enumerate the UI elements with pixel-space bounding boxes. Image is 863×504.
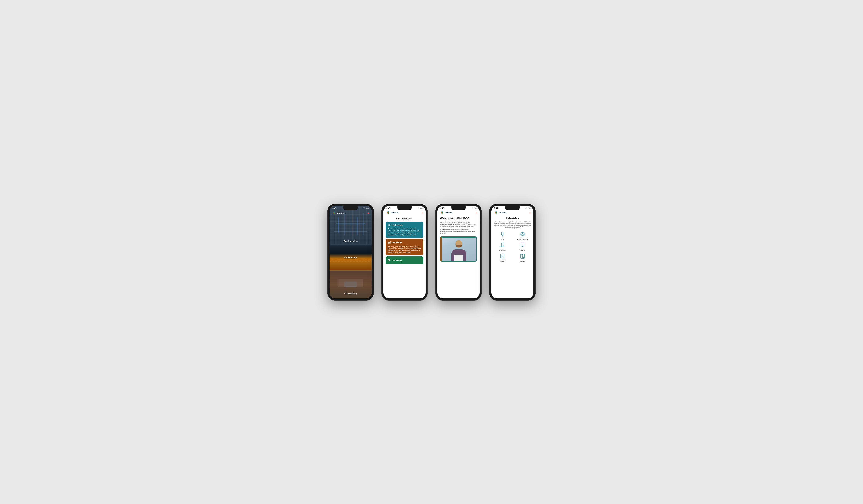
machinery-bar-1 bbox=[336, 223, 365, 224]
nav-bar-4: enleco ≡ bbox=[491, 210, 534, 216]
plus-icon bbox=[388, 258, 391, 261]
machinery-detail-2 bbox=[344, 214, 345, 235]
nav-bar-2: enleco ≡ bbox=[384, 210, 426, 216]
status-bar-1: 9:41 ▪▪▪ ⌾ ▭ bbox=[329, 206, 372, 210]
leadership-label: Leadership bbox=[344, 256, 357, 259]
battery-icon-4: ▭ bbox=[529, 207, 530, 209]
hamburger-menu-2[interactable]: ≡ bbox=[421, 211, 423, 214]
food-label: Food bbox=[500, 238, 504, 240]
logo-text-3: enleco bbox=[445, 211, 452, 214]
chemical-svg-icon bbox=[499, 242, 505, 248]
conveyor-belt-2 bbox=[329, 261, 372, 262]
paper-label: Paper bbox=[500, 260, 504, 262]
machinery-detail-3 bbox=[351, 216, 351, 235]
svg-point-26 bbox=[503, 246, 503, 247]
phone-3-screen: 9:41 ▪▪▪ ⌾ ▭ enleco ≡ bbox=[437, 206, 479, 298]
photo-top-accent bbox=[441, 237, 476, 238]
nav-bar-1: enleco ≡ bbox=[329, 210, 372, 216]
svg-marker-16 bbox=[496, 212, 497, 214]
hamburger-menu-1[interactable]: ≡ bbox=[367, 211, 369, 215]
wifi-icon-4: ⌾ bbox=[528, 207, 528, 209]
svg-point-25 bbox=[502, 246, 502, 247]
leadership-card: Leadership Our experienced professionals… bbox=[386, 239, 424, 255]
nav-bar-3: enleco ≡ bbox=[437, 210, 479, 216]
svg-marker-1 bbox=[334, 212, 335, 215]
status-icons-3: ▪▪▪ ⌾ ▭ bbox=[472, 207, 477, 209]
person-shirt bbox=[454, 255, 463, 261]
industry-food: Food bbox=[493, 231, 511, 240]
svg-marker-17 bbox=[495, 212, 496, 214]
welcome-title: Welcome to ENLECO bbox=[440, 217, 477, 220]
logo-2: enleco bbox=[386, 210, 398, 215]
time-1: 9:41 bbox=[333, 207, 336, 209]
wifi-icon-2: ⌾ bbox=[420, 207, 421, 209]
wifi-icon-3: ⌾ bbox=[474, 207, 475, 209]
svg-marker-5 bbox=[387, 212, 388, 214]
engineering-card-icon bbox=[388, 223, 391, 227]
person-beard bbox=[456, 245, 462, 247]
engineering-card-title: Engineering bbox=[392, 224, 403, 226]
leadership-card-header: Leadership bbox=[388, 241, 421, 244]
phone-1: 9:41 ▪▪▪ ⌾ ▭ enleco ≡ bbox=[327, 204, 374, 300]
industry-chemical: Chemical bbox=[493, 242, 511, 251]
svg-point-19 bbox=[522, 233, 523, 235]
gear-settings-icon bbox=[388, 223, 391, 227]
consulting-plus-icon bbox=[388, 258, 391, 262]
logo-text-2: enleco bbox=[391, 211, 398, 214]
logo-3: enleco bbox=[440, 210, 452, 215]
logo-1: enleco bbox=[332, 211, 345, 215]
signal-icon-4: ▪▪▪ bbox=[525, 207, 527, 209]
svg-marker-2 bbox=[333, 212, 334, 215]
consulting-section-bg: Consulting bbox=[329, 271, 372, 298]
laptop-visual bbox=[344, 282, 357, 287]
svg-rect-10 bbox=[389, 259, 389, 261]
svg-rect-31 bbox=[501, 254, 504, 258]
hamburger-menu-3[interactable]: ≡ bbox=[475, 211, 477, 214]
industries-description: We understand the complexities and deman… bbox=[493, 221, 531, 229]
enleco-logo-icon-2 bbox=[386, 210, 390, 215]
signal-icon-2: ▪▪▪ bbox=[417, 207, 419, 209]
logo-text-1: enleco bbox=[337, 212, 345, 214]
time-3: 9:41 bbox=[440, 207, 444, 209]
enleco-logo-icon-1 bbox=[332, 211, 336, 215]
machinery-detail-1 bbox=[338, 217, 339, 233]
enleco-logo-icon-4 bbox=[494, 210, 498, 215]
leadership-card-icon bbox=[388, 241, 391, 244]
signal-icon-3: ▪▪▪ bbox=[472, 207, 473, 209]
phones-container: 9:41 ▪▪▪ ⌾ ▭ enleco ≡ bbox=[327, 204, 536, 300]
phone-2: 9:41 ▪▪▪ ⌾ ▭ enleco ≡ bbox=[382, 204, 428, 300]
solutions-content: Our Solutions Engineering We offer tailo… bbox=[384, 216, 426, 298]
battery-icon-2: ▭ bbox=[421, 207, 423, 209]
svg-rect-11 bbox=[388, 260, 390, 260]
paper-svg-icon bbox=[499, 253, 505, 259]
engineering-card-body: We offer tailored mechatronical engineer… bbox=[388, 228, 421, 236]
industries-content: Industries We understand the complexitie… bbox=[491, 216, 534, 298]
hamburger-menu-4[interactable]: ≡ bbox=[529, 211, 531, 214]
enleco-logo-icon-3 bbox=[440, 210, 444, 215]
elevator-svg-icon bbox=[520, 253, 525, 259]
wifi-icon: ⌾ bbox=[366, 207, 367, 209]
leadership-card-title: Leadership bbox=[392, 241, 402, 244]
phone1-background: Engineering Leadership Consulting bbox=[329, 206, 372, 298]
logo-4: enleco bbox=[494, 210, 506, 215]
battery-icon: ▭ bbox=[367, 207, 369, 209]
machinery-detail-4 bbox=[357, 217, 358, 235]
phone-3: 9:41 ▪▪▪ ⌾ ▭ enleco ≡ bbox=[435, 204, 481, 300]
consulting-card: Consulting bbox=[386, 256, 424, 264]
chemical-label: Chemical bbox=[499, 249, 505, 251]
pharma-label: Pharma bbox=[520, 249, 525, 251]
industry-bio: Bio-processing bbox=[514, 231, 531, 240]
phone-4: 9:41 ▪▪▪ ⌾ ▭ enleco ≡ bbox=[489, 204, 536, 300]
bio-svg-icon bbox=[520, 231, 525, 237]
leadership-section-bg: Leadership bbox=[329, 245, 372, 270]
svg-rect-9 bbox=[390, 241, 390, 244]
svg-rect-7 bbox=[388, 243, 388, 244]
photo-left-accent bbox=[441, 237, 442, 261]
svg-marker-14 bbox=[441, 212, 442, 214]
dynamic-island-4 bbox=[505, 206, 520, 210]
chart-bar-icon bbox=[388, 241, 391, 244]
elevator-label: Elevator bbox=[520, 260, 525, 262]
bio-icon bbox=[519, 231, 526, 237]
machinery-detail-5 bbox=[363, 214, 364, 235]
phone-4-screen: 9:41 ▪▪▪ ⌾ ▭ enleco ≡ bbox=[491, 206, 534, 298]
